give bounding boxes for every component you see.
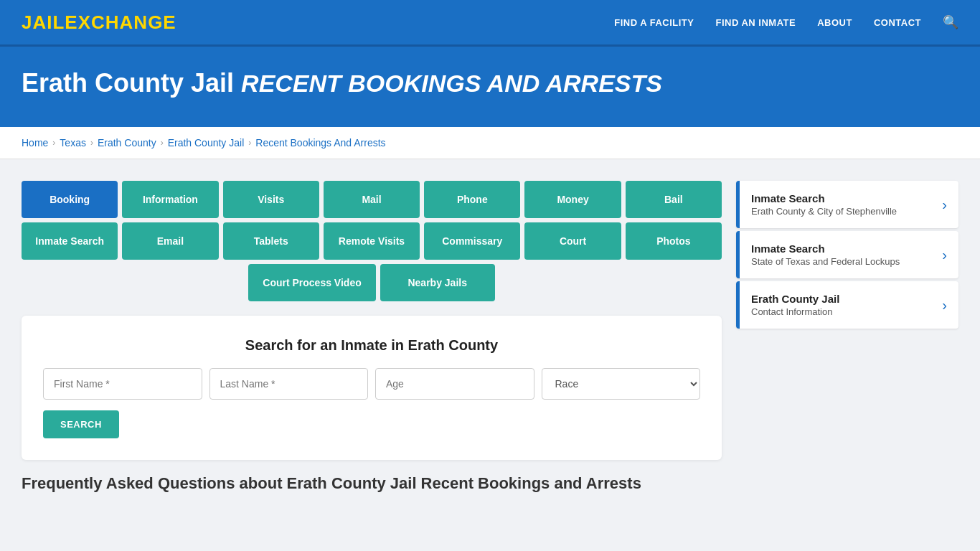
site-header: JAILEXCHANGE FIND A FACILITY FIND AN INM… — [0, 0, 980, 47]
sidebar: Inmate Search Erath County & City of Ste… — [736, 181, 958, 496]
btn-remote-visits[interactable]: Remote Visits — [324, 222, 420, 260]
page-title: Erath County Jail RECENT BOOKINGS AND AR… — [22, 68, 958, 98]
btn-visits[interactable]: Visits — [223, 181, 319, 218]
faq-section-title: Frequently Asked Questions about Erath C… — [22, 474, 722, 496]
search-form-title: Search for an Inmate in Erath County — [43, 337, 700, 354]
btn-court[interactable]: Court — [524, 222, 621, 260]
btn-photos[interactable]: Photos — [626, 222, 722, 260]
search-button[interactable]: SEARCH — [43, 410, 119, 438]
hero-section: Erath County Jail RECENT BOOKINGS AND AR… — [0, 47, 980, 127]
sidebar-card-contact-header[interactable]: Erath County Jail Contact Information › — [740, 281, 958, 329]
btn-phone[interactable]: Phone — [424, 181, 520, 218]
sidebar-card-contact-subtitle: Contact Information — [751, 306, 839, 317]
sidebar-card-erath-inmate[interactable]: Inmate Search Erath County & City of Ste… — [736, 181, 958, 228]
sidebar-card-erath-subtitle: Erath County & City of Stephenville — [751, 206, 897, 217]
sidebar-card-texas-header[interactable]: Inmate Search State of Texas and Federal… — [740, 231, 958, 278]
btn-inmate-search[interactable]: Inmate Search — [22, 222, 118, 260]
btn-booking[interactable]: Booking — [22, 181, 118, 218]
search-inputs: Race White Black Hispanic Asian Other — [43, 368, 700, 400]
sidebar-card-texas-subtitle: State of Texas and Federal Lockups — [751, 256, 900, 267]
sidebar-card-erath-text: Inmate Search Erath County & City of Ste… — [751, 192, 897, 217]
btn-information[interactable]: Information — [122, 181, 218, 218]
content-area: Booking Information Visits Mail Phone Mo… — [22, 181, 722, 496]
nav-find-facility[interactable]: FIND A FACILITY — [614, 17, 694, 28]
breadcrumb-bar: Home › Texas › Erath County › Erath Coun… — [0, 127, 980, 159]
nav-about[interactable]: ABOUT — [817, 17, 852, 28]
btn-nearby-jails[interactable]: Nearby Jails — [380, 264, 495, 301]
first-name-input[interactable] — [43, 368, 202, 400]
btn-commissary[interactable]: Commissary — [424, 222, 520, 260]
search-form-box: Search for an Inmate in Erath County Rac… — [22, 316, 722, 460]
breadcrumb-erath-county[interactable]: Erath County — [98, 137, 156, 149]
nav-contact[interactable]: CONTACT — [874, 17, 921, 28]
breadcrumb: Home › Texas › Erath County › Erath Coun… — [22, 137, 958, 149]
sidebar-card-contact-title: Erath County Jail — [751, 293, 839, 305]
btn-court-process-video[interactable]: Court Process Video — [248, 264, 375, 301]
breadcrumb-sep-2: › — [90, 138, 93, 148]
button-grid-row3: Court Process Video Nearby Jails — [22, 264, 722, 301]
sidebar-card-contact[interactable]: Erath County Jail Contact Information › — [736, 281, 958, 329]
logo-exchange: EXCHANGE — [65, 11, 176, 33]
main-nav: FIND A FACILITY FIND AN INMATE ABOUT CON… — [614, 14, 958, 30]
last-name-input[interactable] — [209, 368, 369, 400]
sidebar-card-contact-text: Erath County Jail Contact Information — [751, 293, 839, 317]
sidebar-card-erath-title: Inmate Search — [751, 192, 897, 204]
btn-email[interactable]: Email — [122, 222, 218, 260]
search-icon[interactable]: 🔍 — [943, 14, 958, 30]
breadcrumb-sep-3: › — [161, 138, 164, 148]
breadcrumb-home[interactable]: Home — [22, 137, 48, 149]
sidebar-card-erath-header[interactable]: Inmate Search Erath County & City of Ste… — [740, 181, 958, 228]
race-select[interactable]: Race White Black Hispanic Asian Other — [542, 368, 701, 400]
chevron-down-icon-2: › — [942, 247, 947, 263]
main-content: Booking Information Visits Mail Phone Mo… — [0, 159, 980, 518]
button-grid-row1: Booking Information Visits Mail Phone Mo… — [22, 181, 722, 218]
btn-mail[interactable]: Mail — [324, 181, 420, 218]
sidebar-card-texas-inmate[interactable]: Inmate Search State of Texas and Federal… — [736, 231, 958, 278]
btn-money[interactable]: Money — [524, 181, 621, 218]
breadcrumb-recent-bookings[interactable]: Recent Bookings And Arrests — [255, 137, 385, 149]
hero-title-subtitle: RECENT BOOKINGS AND ARRESTS — [241, 70, 662, 97]
breadcrumb-texas[interactable]: Texas — [60, 137, 86, 149]
btn-tablets[interactable]: Tablets — [223, 222, 319, 260]
breadcrumb-sep-1: › — [52, 138, 55, 148]
sidebar-card-texas-title: Inmate Search — [751, 242, 900, 255]
breadcrumb-sep-4: › — [248, 138, 251, 148]
logo[interactable]: JAILEXCHANGE — [22, 11, 176, 34]
button-grid-row2: Inmate Search Email Tablets Remote Visit… — [22, 222, 722, 260]
btn-bail[interactable]: Bail — [626, 181, 722, 218]
age-input[interactable] — [375, 368, 534, 400]
logo-jail: JAIL — [22, 11, 65, 33]
sidebar-card-texas-text: Inmate Search State of Texas and Federal… — [751, 242, 900, 267]
chevron-down-icon: › — [942, 197, 947, 213]
hero-title-main: Erath County Jail — [22, 68, 234, 98]
nav-find-inmate[interactable]: FIND AN INMATE — [715, 17, 796, 28]
chevron-down-icon-3: › — [942, 297, 947, 314]
breadcrumb-erath-county-jail[interactable]: Erath County Jail — [168, 137, 245, 149]
